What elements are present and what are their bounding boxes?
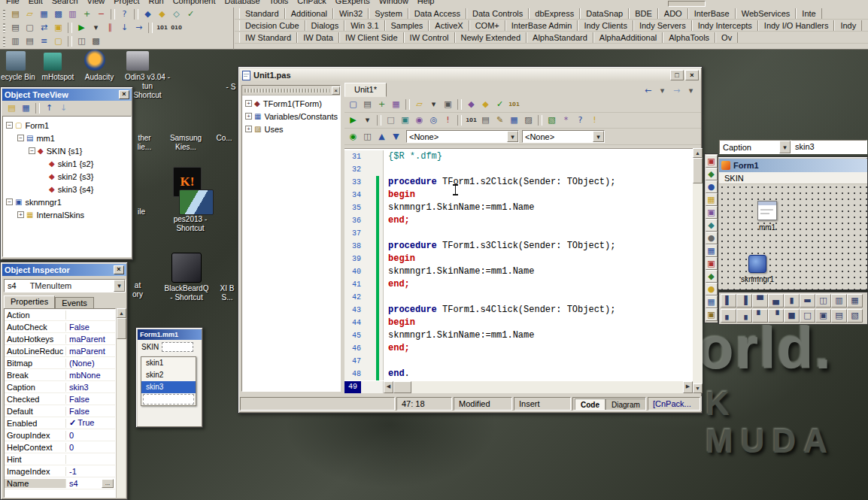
window-list-button[interactable]: ◫ xyxy=(360,131,375,143)
goto-implementation-button[interactable]: ▼ xyxy=(389,131,403,143)
scroll-track[interactable] xyxy=(411,381,683,393)
menu-item-run[interactable]: Run xyxy=(144,0,168,7)
property-row[interactable]: Names4... xyxy=(5,477,115,489)
skinmanager-component-icon[interactable] xyxy=(748,255,766,273)
property-row[interactable]: GroupIndex0 xyxy=(5,429,115,441)
side-toolbar-button-12[interactable]: ▦ xyxy=(706,295,718,308)
close-icon[interactable]: × xyxy=(685,70,699,80)
palette-tab[interactable]: Dialogs xyxy=(305,20,345,31)
menu-item-view[interactable]: View xyxy=(83,0,110,7)
scroll-up-icon[interactable]: ▲ xyxy=(693,148,703,158)
environment-button[interactable]: ✓ xyxy=(184,8,198,20)
move-up-button[interactable]: ↑ xyxy=(42,102,56,114)
back-button[interactable]: ← xyxy=(641,85,655,97)
dropdown-icon[interactable]: ▾ xyxy=(593,131,604,142)
options-button[interactable]: * xyxy=(559,114,573,126)
tree-expander-icon[interactable]: + xyxy=(17,211,24,218)
dropdown-icon[interactable]: ▾ xyxy=(779,141,791,153)
view-units-button[interactable]: ≡ xyxy=(37,35,51,47)
tree-node[interactable]: −▤mm1 xyxy=(3,132,131,144)
save-desktop-button[interactable]: ◆ xyxy=(155,8,169,20)
side-toolbar-button-7[interactable]: ● xyxy=(706,232,718,244)
size-shrink-button[interactable]: ▝ xyxy=(768,309,784,323)
property-selector-combo[interactable]: Caption ▾ xyxy=(719,140,791,154)
center-vertical-button[interactable]: ▬ xyxy=(800,294,815,308)
palette-tab[interactable]: WebServices xyxy=(736,8,797,19)
menu-item-edit[interactable]: Edit xyxy=(24,0,47,7)
mainmenu-component-icon[interactable] xyxy=(757,201,777,220)
scroll-track[interactable] xyxy=(693,183,703,383)
run-options-dropdown[interactable]: ▾ xyxy=(89,22,103,34)
tree-node[interactable]: +▦InternalSkins xyxy=(3,208,131,221)
move-down-button[interactable]: ↓ xyxy=(56,102,71,114)
menu-item-gexperts[interactable]: GExperts xyxy=(331,0,375,7)
palette-tab[interactable]: ADO xyxy=(658,8,688,19)
new-form-button[interactable]: ▣ xyxy=(51,22,65,34)
tab-events[interactable]: Events xyxy=(55,297,94,308)
side-toolbar-button-4[interactable]: ▦ xyxy=(706,193,718,206)
step-over-button[interactable]: → xyxy=(132,22,146,34)
desktop-icon-label[interactable]: ther lie... xyxy=(132,134,156,152)
palette-tab[interactable]: Data Controls xyxy=(466,8,529,19)
desktop-icon-label[interactable]: - S xyxy=(223,83,239,92)
odin3-icon[interactable] xyxy=(126,51,149,71)
explorer-node[interactable]: +▦Variables/Constants xyxy=(242,110,340,123)
desktop-icon-label[interactable]: ile xyxy=(134,208,149,217)
maximize-icon[interactable]: □ xyxy=(670,70,684,80)
menu-item-window[interactable]: Window xyxy=(375,0,413,7)
open-button[interactable]: ▱ xyxy=(23,8,37,20)
scroll-left-icon[interactable]: ◀ xyxy=(384,381,393,393)
back-dropdown[interactable]: ▾ xyxy=(655,85,669,97)
palette-tab[interactable]: System xyxy=(369,8,408,19)
lock-controls-button[interactable]: ▣ xyxy=(815,309,831,323)
toggle-breakpoint-button[interactable]: 101 xyxy=(155,22,169,34)
bookmarks-button[interactable]: ▦ xyxy=(507,114,521,126)
property-row[interactable]: AutoCheckFalse xyxy=(5,321,115,333)
add-to-project-button[interactable]: + xyxy=(80,8,94,20)
side-toolbar-button-3[interactable]: ● xyxy=(706,180,718,193)
palette-tab[interactable]: Ov xyxy=(715,32,738,43)
toggle-form-unit-button[interactable]: ⇄ xyxy=(37,22,51,34)
palette-tab[interactable]: InterBase xyxy=(688,8,736,19)
desktop-icon-label[interactable]: ecycle Bin xyxy=(0,73,36,82)
form1-titlebar[interactable]: Form1 xyxy=(719,159,867,172)
space-horizontal-button[interactable]: ◫ xyxy=(815,294,831,308)
tree-expander-icon[interactable]: + xyxy=(245,100,252,107)
pause-button[interactable]: ∥ xyxy=(103,22,117,34)
desktop-icon-label[interactable]: Audacity xyxy=(80,73,119,82)
tab-properties[interactable]: Properties xyxy=(4,295,55,308)
images-button[interactable]: ▧ xyxy=(545,114,559,126)
palette-tab[interactable]: Win 3.1 xyxy=(344,20,384,31)
palette-tab[interactable]: Indy I/O Handlers xyxy=(758,20,835,31)
side-toolbar-button-5[interactable]: ▣ xyxy=(706,206,718,219)
panel-grip[interactable] xyxy=(244,89,329,92)
palette-tab[interactable]: Indy xyxy=(834,20,862,31)
palette-tab[interactable]: Inte xyxy=(796,8,821,19)
tree-expander-icon[interactable]: − xyxy=(29,147,35,154)
property-row[interactable]: BreakmbNone xyxy=(5,369,115,381)
view-inspector-button[interactable]: ▥ xyxy=(8,35,23,47)
explorer-node[interactable]: +▨Uses xyxy=(242,123,340,135)
run-button[interactable]: ▶ xyxy=(346,114,360,126)
scroll-thumb[interactable] xyxy=(117,318,126,339)
object-inspector-titlebar[interactable]: Object Inspector × xyxy=(2,264,126,276)
menu-item-search[interactable]: Search xyxy=(47,0,83,7)
tab-order-button[interactable]: ▤ xyxy=(831,309,847,323)
align-to-grid-button[interactable]: ▦ xyxy=(847,294,863,308)
browse-button[interactable]: ◉ xyxy=(346,131,360,143)
combo-dropdown-icon[interactable]: ▾ xyxy=(114,280,125,292)
tree-node[interactable]: ◆skin3 {s4} xyxy=(3,183,131,195)
tree-expander-icon[interactable]: − xyxy=(17,135,24,141)
scroll-thumb[interactable] xyxy=(393,381,411,393)
open-file-dropdown[interactable]: ▾ xyxy=(426,98,441,111)
tree-node[interactable]: ◆skin2 {s3} xyxy=(3,170,131,183)
help-button[interactable]: ? xyxy=(117,8,132,20)
property-row[interactable]: HelpContext0 xyxy=(5,441,115,453)
size-width-button[interactable]: ▖ xyxy=(721,309,736,323)
tree-node[interactable]: ◆skin1 {s2} xyxy=(3,157,131,170)
menu-caption[interactable]: SKIN xyxy=(141,343,159,351)
send-back-button[interactable]: □ xyxy=(800,309,815,323)
palette-tab[interactable]: IW Data xyxy=(297,32,339,43)
goto-interface-button[interactable]: ▲ xyxy=(375,131,389,143)
side-toolbar-button-10[interactable]: ◆ xyxy=(706,270,718,283)
